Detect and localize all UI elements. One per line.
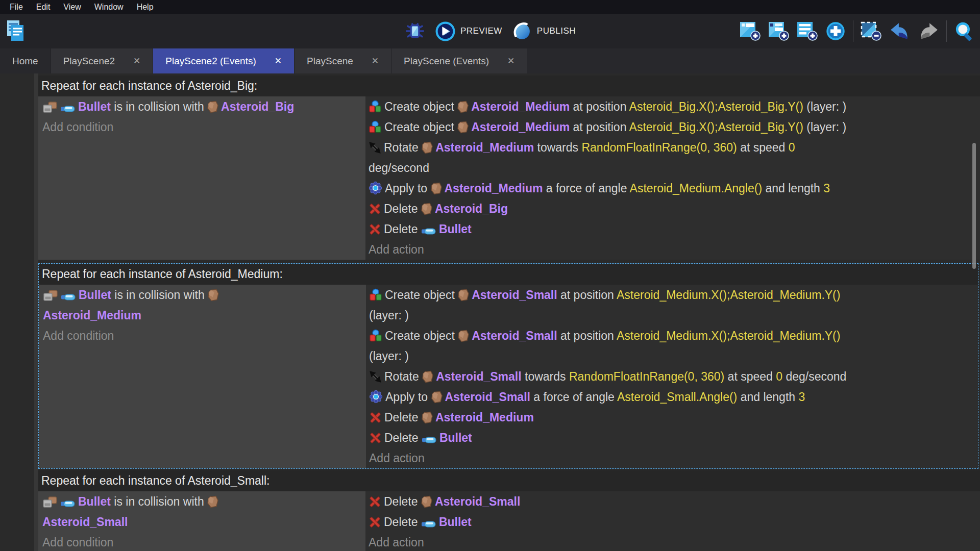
text: towards bbox=[534, 141, 581, 154]
tab-close-icon[interactable]: ✕ bbox=[372, 56, 379, 66]
toolbar-separator bbox=[853, 20, 853, 42]
menu-file[interactable]: File bbox=[3, 0, 30, 14]
debug-button[interactable] bbox=[404, 20, 426, 42]
text: at speed bbox=[737, 141, 789, 154]
text: (layer: ) bbox=[803, 120, 846, 134]
add-event-icon bbox=[740, 21, 761, 41]
text: Create object bbox=[384, 100, 457, 113]
asteroid-icon bbox=[458, 325, 469, 346]
bullet-icon bbox=[60, 491, 76, 512]
tab-playscene-events[interactable]: PlayScene (Events)✕ bbox=[391, 48, 527, 73]
asteroid-icon bbox=[207, 491, 218, 512]
expression: Asteroid_Big.X();Asteroid_Big.Y() bbox=[629, 120, 803, 134]
event-header[interactable]: Repeat for each instance of Asteroid_Med… bbox=[39, 264, 978, 285]
object-name: Asteroid_Medium bbox=[43, 309, 141, 322]
preview-label: PREVIEW bbox=[460, 26, 502, 36]
events-sheet: Repeat for each instance of Asteroid_Big… bbox=[0, 73, 980, 551]
bullet-icon bbox=[422, 428, 437, 448]
action-row[interactable]: Create object Asteroid_Small at position… bbox=[366, 325, 978, 366]
condition-row[interactable]: Bullet is in collision with Asteroid_Sma… bbox=[38, 491, 365, 532]
actions-column: Create object Asteroid_Medium at positio… bbox=[365, 96, 980, 260]
expression: 3 bbox=[798, 390, 805, 404]
text: (layer: ) bbox=[369, 309, 409, 322]
actions-column: Delete Asteroid_SmallDelete BulletAdd ac… bbox=[365, 491, 980, 551]
condition-row[interactable]: Bullet is in collision with Asteroid_Med… bbox=[39, 285, 366, 325]
condition-row[interactable]: Bullet is in collision with Asteroid_Big bbox=[38, 96, 365, 117]
action-row[interactable]: Apply to Asteroid_Small a force of angle… bbox=[366, 387, 978, 407]
force-icon bbox=[369, 178, 382, 198]
object-name: Bullet bbox=[439, 515, 472, 529]
expression: RandomFloatInRange(0, 360) bbox=[581, 141, 737, 154]
add-subevent-icon bbox=[768, 21, 790, 41]
publish-icon bbox=[511, 21, 532, 42]
action-row[interactable]: Rotate Asteroid_Medium towards RandomFlo… bbox=[365, 137, 980, 178]
tab-home[interactable]: Home bbox=[0, 48, 51, 73]
action-row[interactable]: Delete Bullet bbox=[366, 428, 978, 448]
event-header[interactable]: Repeat for each instance of Asteroid_Big… bbox=[38, 76, 980, 96]
undo-button[interactable] bbox=[889, 21, 911, 41]
scrollbar-thumb[interactable] bbox=[972, 143, 976, 269]
action-row[interactable]: Create object Asteroid_Medium at positio… bbox=[365, 96, 980, 117]
add-subevent-button[interactable] bbox=[768, 21, 790, 41]
tab-playscene2[interactable]: PlayScene2✕ bbox=[51, 48, 154, 73]
add-action-button[interactable]: Add action bbox=[365, 239, 980, 260]
add-circle-button[interactable] bbox=[825, 21, 846, 41]
event-header[interactable]: Repeat for each instance of Asteroid_Sma… bbox=[38, 470, 980, 491]
tab-close-icon[interactable]: ✕ bbox=[133, 56, 140, 66]
tab-playscene2-events[interactable]: PlayScene2 (Events)✕ bbox=[153, 48, 295, 73]
action-row[interactable]: Delete Bullet bbox=[365, 512, 980, 532]
event-block[interactable]: Repeat for each instance of Asteroid_Sma… bbox=[38, 470, 980, 551]
object-name: Asteroid_Medium bbox=[435, 411, 534, 424]
object-name: Bullet bbox=[79, 288, 111, 302]
menu-edit[interactable]: Edit bbox=[30, 0, 57, 14]
bullet-icon bbox=[421, 219, 436, 239]
add-condition-button[interactable]: Add condition bbox=[38, 532, 365, 551]
object-name: Asteroid_Small bbox=[435, 495, 520, 508]
object-name: Asteroid_Small bbox=[42, 515, 128, 529]
tab-close-icon[interactable]: ✕ bbox=[507, 56, 514, 66]
action-row[interactable]: Delete Asteroid_Big bbox=[365, 198, 980, 219]
tab-label: Home bbox=[12, 56, 38, 67]
text: at position bbox=[570, 100, 629, 113]
expression: 0 bbox=[789, 141, 795, 154]
add-action-button[interactable]: Add action bbox=[365, 532, 980, 551]
search-button[interactable] bbox=[954, 21, 975, 42]
add-action-button[interactable]: Add action bbox=[366, 448, 978, 468]
object-name: Asteroid_Small bbox=[445, 390, 530, 404]
tab-playscene[interactable]: PlayScene✕ bbox=[295, 48, 391, 73]
tab-close-icon[interactable]: ✕ bbox=[275, 56, 282, 66]
preview-button[interactable]: PREVIEW bbox=[435, 21, 502, 42]
add-event-button[interactable] bbox=[740, 21, 761, 41]
text: Delete bbox=[384, 431, 422, 444]
action-row[interactable]: Delete Bullet bbox=[365, 219, 980, 239]
object-name: Asteroid_Small bbox=[436, 370, 521, 383]
event-block[interactable]: Repeat for each instance of Asteroid_Med… bbox=[38, 263, 978, 469]
text: Apply to bbox=[385, 390, 431, 404]
preview-icon bbox=[435, 21, 456, 42]
action-row[interactable]: Apply to Asteroid_Medium a force of angl… bbox=[365, 178, 980, 198]
text: Delete bbox=[384, 495, 421, 508]
debug-icon bbox=[404, 20, 426, 42]
add-condition-button[interactable]: Add condition bbox=[38, 117, 365, 137]
menu-view[interactable]: View bbox=[57, 0, 87, 14]
menu-help[interactable]: Help bbox=[130, 0, 160, 14]
action-row[interactable]: Delete Asteroid_Small bbox=[365, 491, 980, 512]
text: Apply to bbox=[385, 182, 431, 195]
action-row[interactable]: Delete Asteroid_Medium bbox=[366, 407, 978, 428]
tab-label: PlayScene2 (Events) bbox=[165, 56, 256, 67]
action-row[interactable]: Create object Asteroid_Small at position… bbox=[366, 285, 978, 325]
asteroid-icon bbox=[457, 96, 469, 117]
action-row[interactable]: Rotate Asteroid_Small towards RandomFloa… bbox=[366, 366, 978, 387]
action-row[interactable]: Create object Asteroid_Medium at positio… bbox=[365, 117, 980, 137]
menu-window[interactable]: Window bbox=[88, 0, 130, 14]
add-comment-button[interactable] bbox=[797, 21, 818, 41]
text: is in collision with bbox=[111, 495, 207, 508]
publish-button[interactable]: PUBLISH bbox=[511, 21, 576, 42]
asteroid-icon bbox=[431, 387, 443, 407]
redo-button[interactable] bbox=[918, 21, 939, 41]
asteroid-icon bbox=[422, 366, 433, 387]
add-condition-button[interactable]: Add condition bbox=[39, 325, 366, 346]
event-block[interactable]: Repeat for each instance of Asteroid_Big… bbox=[38, 76, 980, 260]
delete-selection-button[interactable] bbox=[861, 21, 882, 41]
collision-icon bbox=[42, 491, 58, 512]
